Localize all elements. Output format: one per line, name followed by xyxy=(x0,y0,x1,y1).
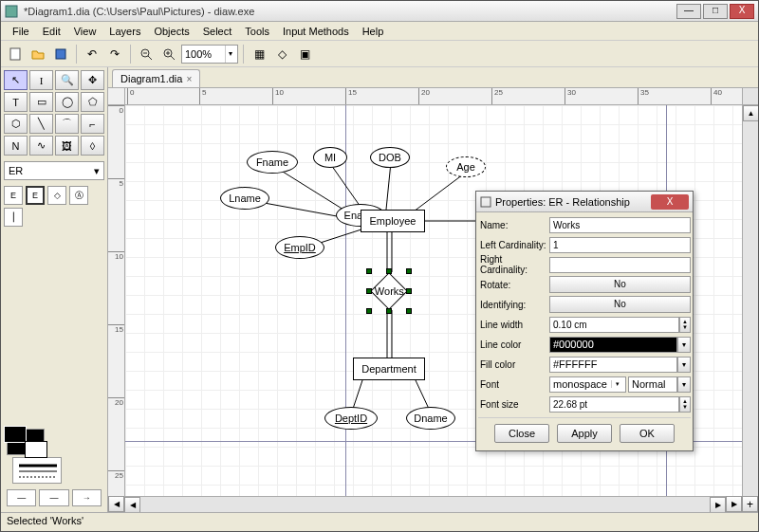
text-tool[interactable]: T xyxy=(4,92,28,112)
bezier-tool[interactable]: ∿ xyxy=(29,136,53,156)
scroll-right-icon[interactable]: ▶ xyxy=(710,497,726,512)
label-linewidth: Line width xyxy=(478,320,549,330)
toggle-identifying[interactable]: No xyxy=(549,296,691,313)
redo-icon[interactable]: ↷ xyxy=(104,44,125,64)
attr-dname[interactable]: Dname xyxy=(406,407,455,430)
zoom-in-icon[interactable] xyxy=(158,44,179,64)
beziergon-tool[interactable]: ⬡ xyxy=(4,114,28,134)
image-tool[interactable]: 🖼 xyxy=(55,136,79,156)
polyline-tool[interactable]: Ν xyxy=(4,136,28,156)
menu-select[interactable]: Select xyxy=(197,24,238,39)
entity-department[interactable]: Department xyxy=(353,358,425,380)
zoom-out-icon[interactable] xyxy=(136,44,157,64)
menu-input-methods[interactable]: Input Methods xyxy=(277,24,355,39)
attr-deptid[interactable]: DeptID xyxy=(324,407,378,430)
select-linecolor[interactable]: #000000 xyxy=(549,337,677,353)
app-icon xyxy=(5,5,18,18)
ruler-origin[interactable] xyxy=(108,88,125,105)
arrow-end[interactable]: → xyxy=(72,489,102,506)
scrollbar-vertical[interactable]: ▲ xyxy=(742,105,758,496)
ellipse-tool[interactable]: ◯ xyxy=(55,92,79,112)
nav-right-icon[interactable]: ▶ xyxy=(726,496,742,512)
polygon-tool[interactable]: ⬠ xyxy=(81,92,104,112)
input-rightcard[interactable] xyxy=(549,257,691,273)
select-fontfamily[interactable]: monospace▾ xyxy=(549,376,626,393)
attr-empid[interactable]: EmpID xyxy=(275,236,324,259)
er-weak-entity-tool[interactable]: E xyxy=(26,186,45,205)
er-entity-tool[interactable]: E xyxy=(4,186,23,205)
zoom-field[interactable]: 100%▾ xyxy=(181,45,238,64)
select-fillcolor[interactable]: #FFFFFF xyxy=(549,357,677,373)
dropdown-linecolor-icon[interactable]: ▾ xyxy=(677,337,691,353)
er-relationship-tool[interactable]: ◇ xyxy=(47,186,66,205)
tab-close-icon[interactable]: × xyxy=(186,74,192,84)
relationship-works[interactable]: Works xyxy=(370,272,408,310)
menu-objects[interactable]: Objects xyxy=(148,24,194,39)
attr-dob[interactable]: DOB xyxy=(370,147,410,168)
maximize-button[interactable]: □ xyxy=(703,4,728,19)
input-linewidth[interactable]: 0.10 cm xyxy=(549,317,679,333)
text-edit-tool[interactable]: I xyxy=(29,70,53,90)
attr-mi[interactable]: MI xyxy=(313,147,347,168)
dialog-close-button[interactable]: X xyxy=(651,194,689,210)
attr-age[interactable]: Age xyxy=(446,156,486,177)
magnify-tool[interactable]: 🔍 xyxy=(55,70,79,90)
line-style-btn[interactable]: — xyxy=(39,489,68,506)
snap-grid-icon[interactable]: ▦ xyxy=(249,44,269,64)
menu-tools[interactable]: Tools xyxy=(239,24,275,39)
input-leftcard[interactable]: 1 xyxy=(549,237,691,253)
tab-diagram1[interactable]: Diagram1.dia × xyxy=(112,69,200,87)
dialog-titlebar[interactable]: Properties: ER - Relationship X xyxy=(476,192,693,212)
er-participation-tool[interactable]: ⎮ xyxy=(4,208,23,227)
close-button[interactable]: X xyxy=(730,4,754,19)
save-icon[interactable] xyxy=(50,44,71,64)
grid-toggle-icon[interactable]: ▣ xyxy=(294,44,315,64)
line-tool[interactable]: ╲ xyxy=(29,114,53,134)
nav-left-icon[interactable]: ◀ xyxy=(108,496,124,512)
input-fontsize[interactable]: 22.68 pt xyxy=(549,396,679,413)
svg-line-17 xyxy=(410,172,467,214)
toolbar: ↶ ↷ 100%▾ ▦ ◇ ▣ xyxy=(1,41,758,67)
select-fontstyle[interactable]: Normal xyxy=(628,376,677,393)
er-attribute-tool[interactable]: Ⓐ xyxy=(69,186,88,205)
color-swatch[interactable] xyxy=(7,429,45,455)
outline-tool[interactable]: ◊ xyxy=(81,136,104,156)
spinner-linewidth[interactable]: ▲▼ xyxy=(679,317,691,333)
zigzag-tool[interactable]: ⌐ xyxy=(81,114,104,134)
spinner-fontsize[interactable]: ▲▼ xyxy=(679,396,691,413)
menu-help[interactable]: Help xyxy=(357,24,390,39)
box-tool[interactable]: ▭ xyxy=(29,92,53,112)
dropdown-fillcolor-icon[interactable]: ▾ xyxy=(677,357,691,373)
scroll-up-icon[interactable]: ▲ xyxy=(743,105,758,121)
snap-object-icon[interactable]: ◇ xyxy=(271,44,292,64)
menu-file[interactable]: File xyxy=(7,24,35,39)
scroll-left-icon[interactable]: ◀ xyxy=(124,497,140,512)
zoom-dropdown-icon[interactable]: ▾ xyxy=(225,46,234,63)
dialog-apply[interactable]: Apply xyxy=(557,424,612,443)
sheet-selector[interactable]: ER▾ xyxy=(4,161,104,180)
ruler-vertical[interactable]: 0 5 10 15 20 25 xyxy=(108,105,125,496)
entity-employee[interactable]: Employee xyxy=(361,210,425,232)
dropdown-fontstyle-icon[interactable]: ▾ xyxy=(677,376,691,393)
line-style[interactable] xyxy=(12,457,62,484)
attr-lname[interactable]: Lname xyxy=(220,187,269,210)
dialog-close[interactable]: Close xyxy=(494,424,549,443)
pointer-tool[interactable]: ↖ xyxy=(4,70,28,90)
nav-add-icon[interactable]: + xyxy=(742,496,758,512)
toggle-rotate[interactable]: No xyxy=(549,276,691,293)
open-icon[interactable] xyxy=(28,44,48,64)
arrow-start[interactable]: — xyxy=(7,489,36,506)
input-name[interactable]: Works xyxy=(549,217,691,233)
scrollbar-horizontal[interactable]: ◀ ▶ xyxy=(124,496,726,512)
undo-icon[interactable]: ↶ xyxy=(82,44,102,64)
scroll-tool[interactable]: ✥ xyxy=(81,70,104,90)
menu-edit[interactable]: Edit xyxy=(37,24,66,39)
dialog-ok[interactable]: OK xyxy=(620,424,675,443)
menu-view[interactable]: View xyxy=(68,24,102,39)
attr-fname[interactable]: Fname xyxy=(247,151,298,174)
menu-layers[interactable]: Layers xyxy=(103,24,146,39)
minimize-button[interactable]: — xyxy=(676,4,701,19)
ruler-horizontal[interactable]: 0 5 10 15 20 25 30 35 40 xyxy=(125,88,742,105)
new-icon[interactable] xyxy=(5,44,26,64)
arc-tool[interactable]: ⌒ xyxy=(55,114,79,134)
